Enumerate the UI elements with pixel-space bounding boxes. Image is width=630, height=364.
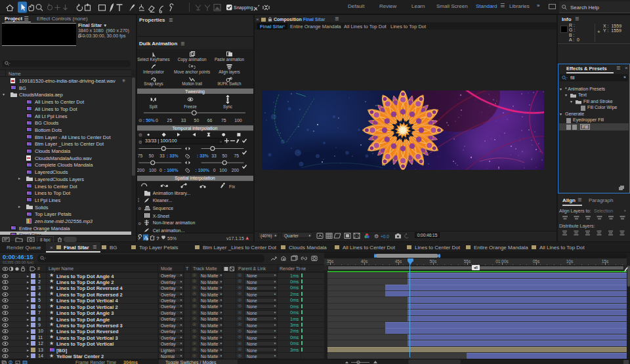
- svg-text:⚙: ⚙: [138, 132, 142, 137]
- svg-text:Animation library...: Animation library...: [153, 191, 191, 196]
- svg-text:Align layers: Align layers: [219, 70, 240, 75]
- svg-text:Paste animation: Paste animation: [215, 57, 245, 62]
- svg-text:IK/FK Switch: IK/FK Switch: [217, 81, 242, 86]
- svg-text:Copy animation: Copy animation: [178, 57, 207, 62]
- svg-text:Spatial interpolation: Spatial interpolation: [175, 176, 215, 181]
- svg-text:Motion trail: Motion trail: [182, 81, 202, 86]
- svg-text:Properties: Properties: [139, 17, 165, 23]
- svg-text:100: 100: [149, 168, 157, 172]
- svg-text:0: 0: [213, 168, 216, 172]
- svg-text:0: 0: [156, 118, 158, 123]
- svg-text:75: 75: [138, 153, 143, 158]
- svg-text:⚙: ⚙: [138, 222, 141, 226]
- svg-text:Split: Split: [150, 104, 158, 110]
- svg-text:50: 50: [222, 153, 227, 158]
- svg-text:55%: 55%: [167, 236, 177, 241]
- svg-text:0: 0: [159, 168, 162, 172]
- svg-text:⚙: ⚙: [138, 207, 141, 211]
- svg-text:100: 100: [234, 118, 242, 123]
- svg-text:?: ?: [156, 235, 159, 241]
- svg-text:Duik Animation: Duik Animation: [139, 41, 177, 47]
- svg-text:Freeze: Freeze: [184, 104, 197, 109]
- svg-text:+0.0: +0.0: [381, 234, 389, 239]
- svg-text:Select Keyframes: Select Keyframes: [137, 57, 169, 62]
- svg-text:v17.1.15: v17.1.15: [226, 236, 244, 241]
- svg-text:75: 75: [234, 153, 239, 158]
- svg-text:Non-linear animation: Non-linear animation: [153, 220, 196, 225]
- svg-text:66: 66: [207, 118, 213, 123]
- svg-text:Fix: Fix: [229, 184, 236, 189]
- svg-text:100: 100: [219, 168, 227, 172]
- svg-text:Sequence: Sequence: [153, 206, 174, 211]
- svg-text:X-Sheet: X-Sheet: [153, 214, 169, 218]
- svg-text:Move anchor points: Move anchor points: [174, 70, 210, 75]
- svg-text:Temporal interpolation: Temporal interpolation: [173, 126, 218, 131]
- svg-text:: 33%: : 33%: [167, 153, 178, 158]
- svg-text:Sync: Sync: [223, 104, 232, 110]
- svg-text:⌄: ⌄: [219, 139, 222, 143]
- svg-text:Tweening: Tweening: [185, 89, 205, 94]
- svg-text:200: 200: [232, 168, 240, 172]
- svg-text:Cel animation...: Cel animation...: [153, 228, 185, 233]
- svg-text:: 100%: : 100%: [164, 168, 178, 172]
- svg-text:50: 50: [194, 118, 200, 123]
- svg-text:⚙: ⚙: [138, 118, 142, 123]
- svg-text:Interpolator: Interpolator: [143, 70, 164, 75]
- svg-text:33/33 | 100/100: 33/33 | 100/100: [145, 138, 177, 144]
- svg-text:33: 33: [211, 153, 217, 158]
- svg-text:⚙: ⚙: [374, 233, 379, 239]
- svg-text:25: 25: [167, 118, 173, 123]
- svg-text:Snap keys: Snap keys: [144, 81, 163, 87]
- svg-text:Kleaner...: Kleaner...: [153, 198, 173, 203]
- svg-text:200: 200: [137, 168, 144, 172]
- svg-text:: 33%: : 33%: [197, 153, 209, 158]
- svg-text:33: 33: [159, 153, 165, 158]
- svg-text:: 50%: : 50%: [143, 118, 155, 123]
- svg-text:⚙: ⚙: [138, 140, 142, 144]
- svg-text:☰: ☰: [180, 41, 184, 46]
- svg-text:☰: ☰: [169, 18, 173, 22]
- svg-text:50: 50: [149, 153, 154, 158]
- svg-text:75: 75: [221, 118, 226, 123]
- svg-text:33: 33: [181, 118, 186, 123]
- svg-text:Snapping: Snapping: [234, 5, 253, 10]
- svg-text:: 100%: : 100%: [196, 168, 210, 172]
